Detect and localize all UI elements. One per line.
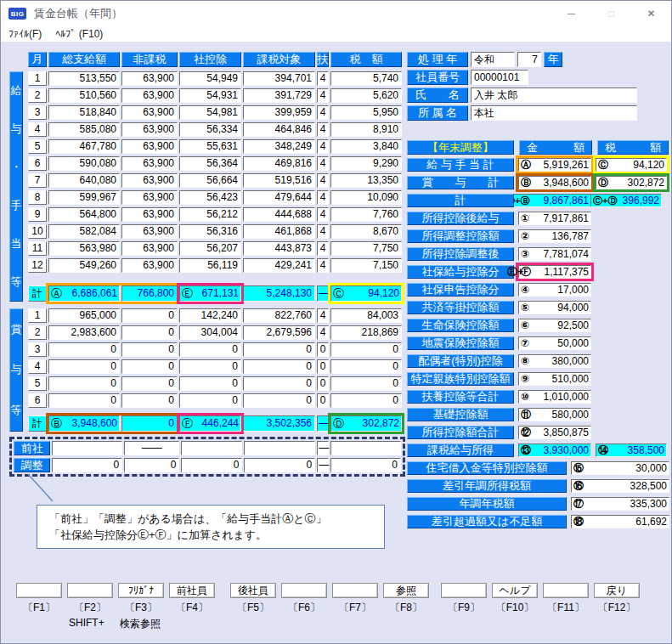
nontax-cell[interactable]: 0	[124, 458, 179, 472]
tax-cell[interactable]: 7,150	[330, 258, 402, 273]
f8-button[interactable]: 参照	[383, 583, 429, 598]
deduction-cell[interactable]: 54,949	[179, 71, 241, 86]
dependents-cell[interactable]: 4	[317, 88, 329, 103]
tax-cell[interactable]	[330, 441, 401, 455]
dependents-cell[interactable]: 4	[317, 308, 329, 323]
nontax-cell[interactable]: 63,900	[121, 173, 178, 188]
tax-cell[interactable]: 7,750	[330, 241, 402, 256]
f12-button[interactable]: 戻り	[594, 583, 640, 598]
f2-button[interactable]	[67, 583, 113, 598]
tax-cell[interactable]: 0	[330, 393, 402, 408]
dependents-cell[interactable]: 4	[317, 173, 329, 188]
taxable-cell[interactable]: 348,249	[243, 139, 315, 154]
nontax-cell[interactable]: 63,900	[121, 71, 178, 86]
deduction-cell[interactable]: 56,423	[179, 190, 241, 205]
nontax-cell[interactable]: 63,900	[121, 156, 178, 171]
taxable-cell[interactable]: 444,688	[243, 207, 315, 222]
name-field[interactable]: 入井 太郎	[471, 88, 637, 103]
deduction-cell[interactable]: 56,334	[179, 122, 241, 137]
f9-button[interactable]	[441, 583, 487, 598]
taxable-cell[interactable]: 0	[243, 342, 315, 357]
gross-cell[interactable]: 2,983,600	[48, 325, 120, 340]
taxable-cell[interactable]: 0	[243, 393, 315, 408]
tax-cell[interactable]: 5,950	[330, 105, 402, 120]
deduction-cell[interactable]: 304,004	[179, 325, 241, 340]
gross-cell[interactable]: 513,550	[48, 71, 120, 86]
deduction-cell[interactable]: 142,240	[179, 308, 241, 323]
dependents-cell[interactable]: 4	[317, 207, 329, 222]
dependents-cell[interactable]: 4	[317, 122, 329, 137]
gross-cell[interactable]: 585,080	[48, 122, 120, 137]
taxable-cell[interactable]: 0	[243, 359, 315, 374]
taxable-cell[interactable]: 443,873	[243, 241, 315, 256]
taxable-cell[interactable]: 399,959	[243, 105, 315, 120]
taxable-cell[interactable]: 429,241	[243, 258, 315, 273]
dependents-cell[interactable]: 4	[317, 258, 329, 273]
tax-cell[interactable]: 218,869	[330, 325, 402, 340]
deduction-cell[interactable]: 56,316	[179, 224, 241, 239]
nontax-cell[interactable]: 63,900	[121, 224, 178, 239]
year-field[interactable]: 7	[517, 52, 541, 67]
deduction-cell[interactable]: 54,931	[179, 88, 241, 103]
tax-cell[interactable]: 8,670	[330, 224, 402, 239]
taxable-cell[interactable]: 469,816	[243, 156, 315, 171]
menu-file[interactable]: ﾌｧｲﾙ(F)	[8, 28, 42, 40]
nontax-cell[interactable]: 0	[121, 342, 178, 357]
dependents-cell[interactable]: 0	[317, 342, 329, 357]
nontax-cell[interactable]: 0	[121, 359, 178, 374]
tax-cell[interactable]: 8,910	[330, 122, 402, 137]
gross-cell[interactable]: 564,800	[48, 207, 120, 222]
tax-cell[interactable]: 5,620	[330, 88, 402, 103]
dependents-cell[interactable]: 0	[317, 376, 329, 391]
f4-button[interactable]: 前社員	[169, 583, 215, 598]
dependents-cell[interactable]: 0	[317, 359, 329, 374]
employee-no-field[interactable]: 00000101	[471, 70, 528, 85]
tax-cell[interactable]: 3,840	[330, 139, 402, 154]
nontax-cell[interactable]: ――	[124, 441, 179, 455]
gross-cell[interactable]: 0	[48, 376, 120, 391]
nontax-cell[interactable]: 63,900	[121, 105, 178, 120]
nontax-cell[interactable]: 63,900	[121, 241, 178, 256]
tax-cell[interactable]: 5,740	[330, 71, 402, 86]
era-field[interactable]: 令和	[471, 52, 515, 67]
taxable-cell[interactable]: 519,516	[243, 173, 315, 188]
gross-cell[interactable]: 467,780	[48, 139, 120, 154]
menu-help[interactable]: ﾍﾙﾌﾟ (F10)	[55, 28, 103, 40]
dependents-cell[interactable]: 4	[317, 190, 329, 205]
gross-cell[interactable]: 549,260	[48, 258, 120, 273]
deduction-cell[interactable]: 0	[179, 376, 241, 391]
gross-cell[interactable]: 582,084	[48, 224, 120, 239]
gross-cell[interactable]	[52, 441, 122, 455]
taxable-cell[interactable]: 394,701	[243, 71, 315, 86]
gross-cell[interactable]: 563,980	[48, 241, 120, 256]
tax-cell[interactable]: 10,090	[330, 190, 402, 205]
dependents-cell[interactable]: 4	[317, 71, 329, 86]
taxable-cell[interactable]: 0	[244, 458, 315, 472]
f3-button[interactable]: ﾌﾘｶﾞﾅ	[118, 583, 164, 598]
f6-button[interactable]	[281, 583, 327, 598]
tax-cell[interactable]: 84,003	[330, 308, 402, 323]
tax-cell[interactable]: 0	[330, 458, 401, 472]
taxable-cell[interactable]: 461,868	[243, 224, 315, 239]
deduction-cell[interactable]: 56,364	[179, 156, 241, 171]
tax-cell[interactable]: 7,760	[330, 207, 402, 222]
gross-cell[interactable]: 590,080	[48, 156, 120, 171]
nontax-cell[interactable]: 0	[121, 393, 178, 408]
dependents-cell[interactable]: 4	[317, 105, 329, 120]
nontax-cell[interactable]: 63,900	[121, 122, 178, 137]
taxable-cell[interactable]: 2,679,596	[243, 325, 315, 340]
gross-cell[interactable]: 640,080	[48, 173, 120, 188]
dependents-cell[interactable]: 4	[317, 139, 329, 154]
dependents-cell[interactable]: 4	[317, 156, 329, 171]
taxable-cell[interactable]: 0	[243, 376, 315, 391]
dependents-cell[interactable]: 4	[317, 325, 329, 340]
minimize-button[interactable]: ─	[551, 1, 591, 26]
deduction-cell[interactable]: 56,119	[179, 258, 241, 273]
taxable-cell[interactable]: 391,729	[243, 88, 315, 103]
gross-cell[interactable]: 0	[48, 359, 120, 374]
f7-button[interactable]	[332, 583, 378, 598]
tax-cell[interactable]: 0	[330, 342, 402, 357]
f11-button[interactable]	[543, 583, 589, 598]
nontax-cell[interactable]: 63,900	[121, 190, 178, 205]
deduction-cell[interactable]: 54,981	[179, 105, 241, 120]
